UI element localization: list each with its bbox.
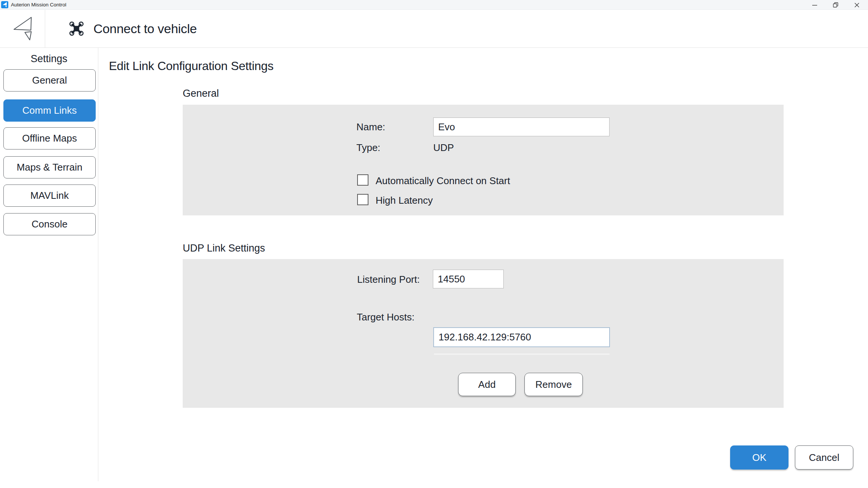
window-controls: [804, 0, 867, 10]
titlebar: Auterion Mission Control: [0, 0, 868, 10]
minimize-icon: [812, 2, 818, 8]
close-button[interactable]: [846, 0, 867, 10]
minimize-button[interactable]: [804, 0, 825, 10]
target-host-input[interactable]: [433, 327, 610, 347]
name-label: Name:: [356, 121, 385, 133]
udp-section-label: UDP Link Settings: [183, 242, 265, 254]
sidebar-item-mavlink[interactable]: MAVLink: [3, 185, 96, 207]
sidebar-item-offline-maps[interactable]: Offline Maps: [3, 127, 96, 149]
sidebar-item-maps-terrain[interactable]: Maps & Terrain: [3, 156, 96, 178]
auto-connect-label: Automatically Connect on Start: [376, 175, 510, 186]
general-section-label: General: [183, 88, 219, 99]
app-icon: [1, 1, 8, 8]
auto-connect-checkbox[interactable]: [357, 174, 368, 186]
high-latency-checkbox[interactable]: [357, 194, 368, 205]
type-value: UDP: [433, 142, 454, 153]
listening-port-input[interactable]: [433, 270, 504, 288]
sidebar-item-comm-links[interactable]: Comm Links: [3, 99, 96, 122]
type-label: Type:: [356, 142, 381, 153]
header-title: Connect to vehicle: [93, 21, 197, 36]
main-content: Edit Link Configuration Settings General…: [98, 48, 868, 488]
cancel-button[interactable]: Cancel: [795, 445, 853, 470]
header-toolbar: Connect to vehicle: [0, 10, 868, 48]
settings-sidebar: Settings General Comm Links Offline Maps…: [0, 48, 98, 481]
ok-button[interactable]: OK: [730, 445, 789, 470]
sidebar-item-console[interactable]: Console: [3, 213, 96, 235]
name-input[interactable]: [433, 117, 610, 136]
auterion-logo-button[interactable]: [0, 10, 45, 48]
target-hosts-list-separator: [434, 354, 610, 355]
app-plane-icon: [2, 2, 8, 8]
add-button[interactable]: Add: [458, 373, 516, 396]
header-view-button[interactable]: Connect to vehicle: [69, 21, 197, 36]
target-hosts-label: Target Hosts:: [357, 311, 414, 323]
page-title: Edit Link Configuration Settings: [109, 59, 274, 73]
maximize-button[interactable]: [825, 0, 846, 10]
sidebar-title: Settings: [0, 53, 98, 65]
drone-icon: [69, 21, 84, 36]
remove-button[interactable]: Remove: [524, 373, 583, 396]
listening-port-label: Listening Port:: [357, 274, 420, 285]
auterion-logo-icon: [13, 17, 32, 41]
window-title: Auterion Mission Control: [11, 2, 66, 8]
restore-icon: [833, 2, 839, 8]
close-icon: [854, 2, 860, 8]
sidebar-item-general[interactable]: General: [3, 69, 96, 92]
high-latency-label: High Latency: [376, 195, 433, 206]
